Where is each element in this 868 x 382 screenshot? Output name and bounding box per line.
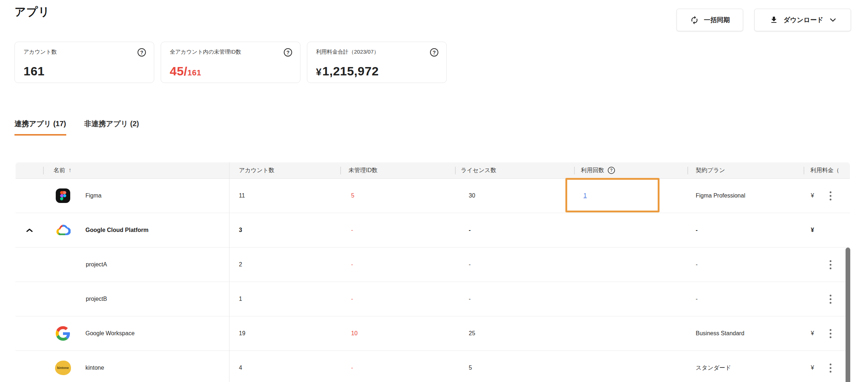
- kebab-menu-icon[interactable]: [827, 327, 834, 340]
- unmanaged-ids-value: -: [340, 213, 455, 247]
- download-button[interactable]: ダウンロード: [754, 9, 851, 31]
- table-row-kintone: kintone kintone 4 - 5 スタンダード ¥: [16, 351, 850, 382]
- column-header-fee: 利用料金（: [804, 162, 850, 178]
- project-name: projectA: [86, 261, 107, 268]
- usage-count-link[interactable]: 1: [583, 192, 587, 199]
- pinned-column-divider: [229, 162, 229, 382]
- sync-icon: [690, 16, 699, 25]
- accounts-value: 2: [229, 248, 340, 282]
- help-icon[interactable]: ?: [608, 167, 615, 174]
- table-row-google-cloud-platform: Google Cloud Platform 3 - - - ¥: [16, 213, 850, 248]
- app-name: Figma: [85, 192, 101, 199]
- row-actions-column: [816, 179, 845, 382]
- usage-count-value: [574, 282, 687, 316]
- unmanaged-ids-value: -: [340, 351, 455, 382]
- row-action-kintone: [816, 351, 845, 382]
- figma-logo-icon: [55, 188, 71, 204]
- usage-count-value: [574, 213, 687, 247]
- download-icon: [770, 16, 778, 24]
- app-tabs: 連携アプリ (17) 非連携アプリ (2): [14, 119, 139, 136]
- plan-value: Business Standard: [687, 316, 804, 350]
- row-action-gcp: [816, 213, 845, 248]
- chevron-down-icon: [830, 18, 836, 22]
- table-row-projectB: projectB 1 - - -: [16, 282, 850, 316]
- column-header-plan: 契約プラン: [687, 162, 804, 178]
- kebab-menu-icon[interactable]: [827, 189, 834, 203]
- row-action-google-workspace: [816, 316, 845, 351]
- row-action-projectA: [816, 248, 845, 282]
- unmanaged-ids-value: -: [340, 248, 455, 282]
- plan-value: Figma Professional: [687, 179, 804, 213]
- apps-table: 名前 ↑ アカウント数 未管理ID数 ライセンス数 利用回数 ? 契約プラン 利…: [16, 162, 850, 382]
- stat-card-unmanaged-ids: 全アカウント内の未管理ID数 ? 45/161: [161, 42, 300, 83]
- plan-value: -: [687, 248, 804, 282]
- accounts-value: 19: [229, 316, 340, 350]
- kebab-menu-icon[interactable]: [827, 258, 834, 271]
- row-action-figma: [816, 179, 845, 213]
- project-name: projectB: [86, 296, 107, 302]
- stat-card-accounts: アカウント数 ? 161: [14, 42, 154, 83]
- kebab-menu-icon[interactable]: [827, 292, 834, 306]
- stat-label: 全アカウント内の未管理ID数: [170, 49, 291, 55]
- usage-count-value: [574, 351, 687, 382]
- table-row-figma: Figma 11 5 30 1 Figma Professional ¥: [16, 179, 850, 213]
- licenses-value: 25: [455, 316, 574, 350]
- help-icon[interactable]: ?: [430, 48, 438, 57]
- licenses-value: 30: [455, 179, 574, 213]
- stat-value: 161: [24, 64, 45, 78]
- stat-value: ¥1,215,972: [316, 64, 379, 78]
- plan-value: -: [687, 213, 804, 247]
- chevron-up-icon: [26, 229, 33, 232]
- tab-unlinked-apps[interactable]: 非連携アプリ (2): [84, 119, 139, 136]
- google-cloud-logo-icon: [55, 222, 71, 238]
- usage-count-value: [574, 316, 687, 350]
- page-title: アプリ: [14, 4, 50, 20]
- usage-count-value: [574, 248, 687, 282]
- stat-cards: アカウント数 ? 161 全アカウント内の未管理ID数 ? 45/161 利用料…: [14, 42, 447, 83]
- kebab-menu-icon[interactable]: [827, 361, 834, 375]
- accounts-value: 1: [229, 282, 340, 316]
- licenses-value: -: [455, 213, 574, 247]
- column-header-name[interactable]: 名前 ↑: [43, 162, 229, 178]
- table-row-google-workspace: Google Workspace 19 10 25 Business Stand…: [16, 316, 850, 351]
- kintone-logo-icon: kintone: [55, 360, 71, 376]
- stat-value: 45/161: [170, 64, 201, 78]
- bulk-sync-button[interactable]: 一括同期: [677, 9, 743, 31]
- accounts-value: 4: [229, 351, 340, 382]
- licenses-value: -: [455, 282, 574, 316]
- column-header-unmanaged-ids: 未管理ID数: [340, 162, 455, 178]
- unmanaged-ids-value: 10: [340, 316, 455, 350]
- licenses-value: -: [455, 248, 574, 282]
- stat-card-total-fee: 利用料金合計（2023/07） ? ¥1,215,972: [307, 42, 447, 83]
- accounts-value: 11: [229, 179, 340, 213]
- bulk-sync-label: 一括同期: [704, 16, 730, 24]
- help-icon[interactable]: ?: [138, 48, 146, 57]
- plan-value: スタンダード: [687, 351, 804, 382]
- column-header-usage-count: 利用回数 ?: [574, 162, 687, 178]
- accounts-value: 3: [229, 213, 340, 247]
- collapse-row-button[interactable]: [16, 213, 43, 247]
- stat-label: 利用料金合計（2023/07）: [316, 49, 438, 55]
- expand-column-header: [16, 162, 43, 178]
- column-header-licenses: ライセンス数: [455, 162, 574, 178]
- plan-value: -: [687, 282, 804, 316]
- table-header-row: 名前 ↑ アカウント数 未管理ID数 ライセンス数 利用回数 ? 契約プラン 利…: [16, 162, 850, 179]
- row-action-projectB: [816, 282, 845, 316]
- app-name: kintone: [85, 365, 104, 371]
- app-name: Google Cloud Platform: [85, 227, 148, 233]
- stat-label: アカウント数: [24, 49, 145, 55]
- download-label: ダウンロード: [783, 16, 823, 24]
- vertical-scrollbar-thumb[interactable]: [846, 248, 850, 382]
- app-name: Google Workspace: [85, 330, 135, 337]
- column-header-accounts: アカウント数: [229, 162, 340, 178]
- help-icon[interactable]: ?: [284, 48, 292, 57]
- unmanaged-ids-value: -: [340, 282, 455, 316]
- unmanaged-ids-value: 5: [340, 179, 455, 213]
- google-g-logo-icon: [55, 325, 71, 341]
- licenses-value: 5: [455, 351, 574, 382]
- table-row-projectA: projectA 2 - - -: [16, 248, 850, 282]
- sort-ascending-icon: ↑: [68, 167, 72, 174]
- tab-linked-apps[interactable]: 連携アプリ (17): [14, 119, 66, 136]
